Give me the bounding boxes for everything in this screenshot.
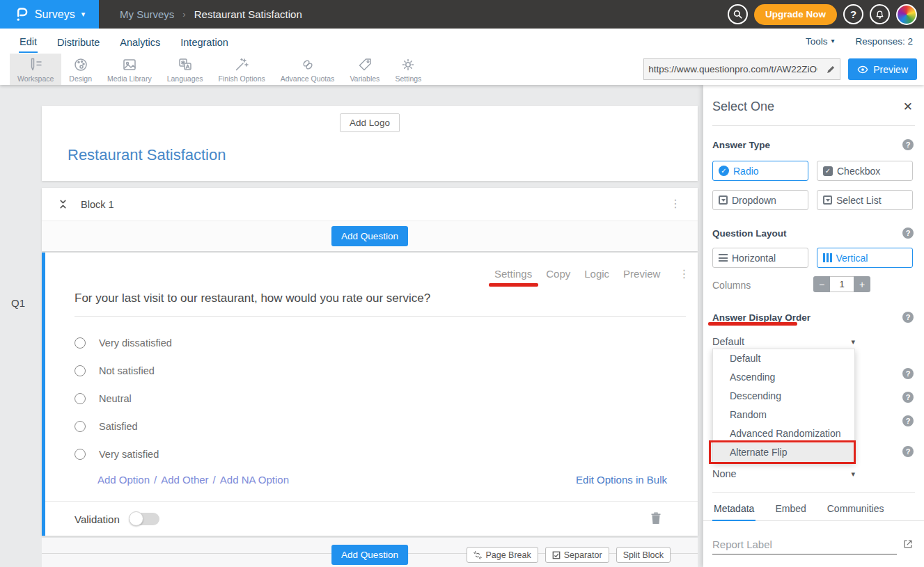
hidden-setting-help-icon[interactable]: ? <box>902 368 914 379</box>
answer-type-dropdown-button[interactable]: Dropdown <box>712 190 808 210</box>
tools-menu[interactable]: Tools ▾ <box>806 36 835 47</box>
radio-icon[interactable] <box>75 449 86 460</box>
notifications-button[interactable] <box>870 4 890 24</box>
toolbar-workspace[interactable]: Workspace <box>10 54 61 85</box>
select-caret-icon: ▾ <box>851 470 855 478</box>
toolbar-languages[interactable]: Languages <box>159 54 211 85</box>
add-other-link[interactable]: Add Other <box>161 474 208 486</box>
add-logo-button[interactable]: Add Logo <box>340 113 400 132</box>
question-layout-help-icon[interactable]: ? <box>902 227 914 239</box>
toolbar-variables[interactable]: Variables <box>342 54 387 85</box>
checkbox-icon: ✓ <box>823 166 833 176</box>
answer-type-select-list-button[interactable]: Select List <box>817 190 913 210</box>
none-select[interactable]: None ▾ <box>712 468 855 479</box>
search-button[interactable] <box>728 4 748 24</box>
block-header: Block 1 ⋮ <box>42 188 698 221</box>
responses-count[interactable]: Responses: 2 <box>855 36 913 47</box>
question-text[interactable]: For your last visit to our restaurant, h… <box>75 292 686 317</box>
question-footer-divider <box>45 501 698 502</box>
breadcrumb-my-surveys[interactable]: My Surveys <box>120 8 174 20</box>
external-link-icon[interactable] <box>902 538 914 550</box>
question-menu-kebab-icon[interactable]: ⋮ <box>678 269 689 280</box>
answer-display-order-help-icon[interactable]: ? <box>902 312 914 323</box>
question-tab-copy[interactable]: Copy <box>546 268 570 280</box>
tools-label: Tools <box>806 36 828 47</box>
question-tab-settings[interactable]: Settings <box>494 268 532 280</box>
block-title[interactable]: Block 1 <box>81 199 114 210</box>
menu-item-descending[interactable]: Descending <box>713 387 854 406</box>
answer-type-checkbox-button[interactable]: ✓ Checkbox <box>817 161 913 181</box>
layout-horizontal-button[interactable]: Horizontal <box>712 248 808 268</box>
survey-url-box <box>643 58 840 80</box>
radio-icon[interactable] <box>75 393 86 404</box>
collapse-block-icon[interactable] <box>58 198 68 210</box>
tab-metadata[interactable]: Metadata <box>712 500 755 521</box>
report-label-input[interactable] <box>712 537 897 554</box>
add-option-link[interactable]: Add Option <box>97 474 150 486</box>
toolbar-settings[interactable]: Settings <box>387 54 429 85</box>
option-label[interactable]: Very dissatisfied <box>99 337 172 349</box>
hidden-setting-help-icon[interactable]: ? <box>902 446 914 457</box>
radio-icon[interactable] <box>75 337 86 349</box>
option-label[interactable]: Satisfied <box>99 421 138 432</box>
page-break-button[interactable]: Page Break <box>467 547 538 563</box>
block-menu-kebab-icon[interactable]: ⋮ <box>670 198 681 209</box>
toolbar-media-library[interactable]: Media Library <box>100 54 159 85</box>
question-tab-logic[interactable]: Logic <box>584 268 609 280</box>
menu-item-ascending[interactable]: Ascending <box>713 368 854 387</box>
survey-title[interactable]: Restaurant Satisfaction <box>68 146 226 164</box>
option-label[interactable]: Not satisfied <box>99 365 155 376</box>
answer-display-order-select[interactable]: Default ▾ <box>712 336 855 347</box>
layout-vertical-button[interactable]: Vertical <box>817 248 913 268</box>
question-card: Settings Copy Logic Preview ⋮ For your l… <box>42 253 698 536</box>
questionpro-logo-icon <box>14 6 29 22</box>
separator-button[interactable]: Separator <box>545 547 609 563</box>
product-switcher[interactable]: Surveys ▾ <box>0 0 99 29</box>
answer-type-radio-button[interactable]: ✓ Radio <box>712 161 808 181</box>
columns-value-input[interactable] <box>830 276 854 292</box>
toolbar-finish-options[interactable]: Finish Options <box>211 54 273 85</box>
answer-display-order-label: Answer Display Order <box>712 312 811 323</box>
tab-integration[interactable]: Integration <box>180 31 229 52</box>
top-bar: Surveys ▾ My Surveys › Restaurant Satisf… <box>0 0 924 29</box>
upgrade-now-button[interactable]: Upgrade Now <box>754 4 837 25</box>
question-settings-panel: Select One ✕ Answer Type ? ✓ Radio ✓ Che… <box>703 85 924 567</box>
user-avatar[interactable] <box>896 4 917 25</box>
survey-nav: Edit Distribute Analytics Integration To… <box>0 29 924 54</box>
tab-analytics[interactable]: Analytics <box>119 31 161 52</box>
add-question-button-bottom[interactable]: Add Question <box>331 545 408 565</box>
add-question-button-top[interactable]: Add Question <box>331 226 408 246</box>
option-label[interactable]: Very satisfied <box>99 449 159 460</box>
preview-button[interactable]: Preview <box>848 58 917 80</box>
columns-plus-button[interactable]: + <box>854 276 870 292</box>
tab-communities[interactable]: Communities <box>826 500 886 520</box>
question-tabs: Settings Copy Logic Preview ⋮ <box>494 268 689 280</box>
block-card: Block 1 ⋮ Add Question <box>42 188 698 251</box>
add-na-option-link[interactable]: Add NA Option <box>220 474 289 486</box>
tab-embed[interactable]: Embed <box>774 500 807 520</box>
survey-url-input[interactable] <box>644 64 822 74</box>
tab-edit[interactable]: Edit <box>19 30 38 53</box>
toolbar-advance-quotas[interactable]: Advance Quotas <box>273 54 343 85</box>
close-icon[interactable]: ✕ <box>903 99 913 114</box>
columns-minus-button[interactable]: − <box>813 276 830 292</box>
validation-toggle[interactable] <box>130 513 159 525</box>
radio-icon[interactable] <box>75 421 86 432</box>
edit-url-pencil-icon[interactable] <box>822 65 840 74</box>
menu-item-random[interactable]: Random <box>713 406 854 424</box>
breadcrumb: My Surveys › Restaurant Satisfaction <box>120 8 302 20</box>
answer-type-help-icon[interactable]: ? <box>902 139 914 150</box>
option-label[interactable]: Neutral <box>99 393 132 404</box>
edit-options-in-bulk-link[interactable]: Edit Options in Bulk <box>576 474 667 486</box>
translate-icon <box>177 56 194 73</box>
radio-icon[interactable] <box>75 365 86 376</box>
hidden-setting-help-icon[interactable]: ? <box>902 392 914 403</box>
tab-distribute[interactable]: Distribute <box>56 31 100 52</box>
toolbar-design[interactable]: Design <box>61 54 100 85</box>
delete-question-trash-icon[interactable] <box>650 511 661 525</box>
menu-item-default[interactable]: Default <box>713 349 854 368</box>
split-block-button[interactable]: Split Block <box>616 547 671 563</box>
question-tab-preview[interactable]: Preview <box>623 268 660 280</box>
help-button[interactable]: ? <box>843 4 863 24</box>
hidden-setting-help-icon[interactable]: ? <box>902 415 914 426</box>
